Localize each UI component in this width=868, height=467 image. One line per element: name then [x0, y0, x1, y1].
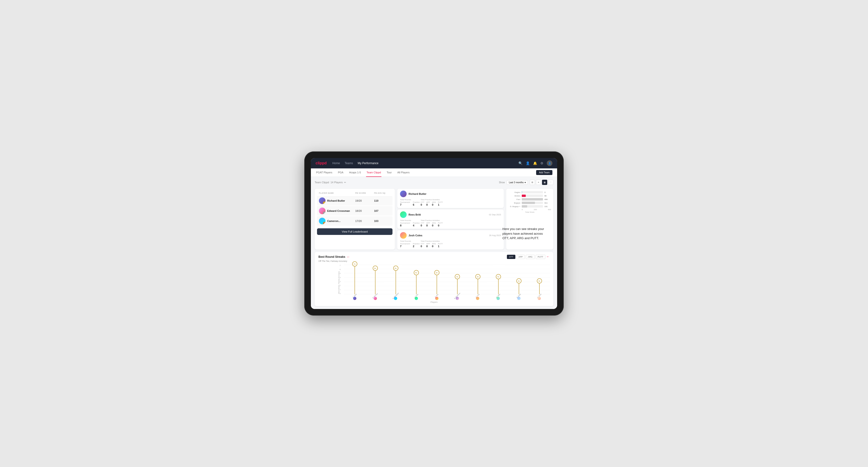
grid-view-btn[interactable]: ⊞ [530, 180, 535, 185]
two-col-layout: PLAYER NAME PB SCORE PB AVG SQ 1 Richard… [315, 189, 553, 250]
stat-group-practice: Total Practice Activities OTT0 APP0 ARG0… [421, 198, 443, 206]
tournament-label: Tournament [400, 201, 410, 203]
y-7: 7 [340, 264, 344, 266]
tab-hcaps[interactable]: Hcaps 1-5 [349, 168, 361, 177]
streak-line: 4x [498, 277, 499, 294]
nav-home[interactable]: Home [332, 161, 340, 166]
practice-activities-label: Total Practice Activities [421, 198, 443, 201]
col-player-name: PLAYER NAME [319, 192, 355, 194]
streak-col: 7xE. Ebert [344, 264, 365, 300]
player-info: 2 Edward Crossman [319, 208, 355, 214]
tab-team-clippd[interactable]: Team Clippd [366, 168, 381, 177]
bar-chart: Eagles 3 Birdies [508, 191, 551, 208]
streak-player-col: M. Miller [496, 294, 501, 300]
y-4: 4 [340, 277, 344, 278]
table-header: PLAYER NAME PB SCORE PB AVG SQ [317, 191, 393, 195]
bar-track [522, 198, 543, 200]
table-row[interactable]: 3 Cameron... 17/20 103 [317, 216, 393, 226]
view-icons: ⊞ ≡ ▦ ⋮ [530, 180, 553, 185]
team-header: Team Clippd 14 Players ✏ Show Last 3 mon… [315, 180, 553, 185]
ott-button[interactable]: OTT [507, 255, 516, 259]
tab-all-players[interactable]: All Players [397, 168, 410, 177]
show-dropdown[interactable]: Last 3 months ▾ [507, 180, 528, 185]
x-label: 0 [522, 209, 523, 211]
dropdown-arrow: ▾ [525, 181, 526, 184]
bar-fill [522, 198, 543, 200]
y-6: 6 [340, 269, 344, 270]
streak-line: 4x [457, 277, 458, 294]
player-score: 18/20 [355, 210, 374, 212]
table-row[interactable]: 2 Edward Crossman 18/20 107 [317, 206, 393, 216]
card-view-btn[interactable]: ▦ [542, 180, 547, 185]
streak-bubble: 3x [537, 278, 542, 283]
team-name: Team Clippd [315, 181, 329, 184]
streak-player-col: E. Ebert [352, 294, 357, 300]
player-info: 3 Cameron... [319, 218, 355, 224]
bar-row-pars: Pars 499 [508, 198, 551, 200]
chart-card: Eagles 3 Birdies [506, 189, 553, 250]
annotation-text: Here you can see streaks your players ha… [502, 227, 550, 241]
streak-bubble: 6x [393, 266, 398, 271]
tab-tour[interactable]: Tour [386, 168, 392, 177]
player-name: Cameron... [327, 220, 341, 222]
streak-line: 4x [478, 277, 478, 294]
settings-icon[interactable]: ⚙ [540, 161, 544, 165]
card-date: 26 Aug 2023 [489, 234, 501, 237]
tab-pga[interactable]: PGA [338, 168, 344, 177]
nav-bar: clippd Home Teams My Performance 🔍 👤 🔔 ⚙… [311, 158, 557, 168]
chart-axis-title: Total Shots [508, 211, 551, 213]
streak-line: 5x [437, 273, 437, 294]
bell-icon[interactable]: 🔔 [533, 161, 537, 165]
list-view-btn[interactable]: ≡ [536, 180, 541, 185]
user-avatar[interactable]: 👤 [547, 160, 552, 166]
streak-player-col: R. Britt [434, 294, 439, 300]
search-icon[interactable]: 🔍 [519, 161, 522, 165]
bar-value: 131 [545, 206, 551, 208]
nav-links: Home Teams My Performance [332, 161, 519, 166]
streak-player-col: B. McHerg [372, 294, 378, 300]
nav-my-performance[interactable]: My Performance [358, 161, 378, 166]
streak-bubble: 5x [434, 270, 439, 275]
stat-group-practice: Total Practice Activities OTT0 APP0 ARG0… [421, 219, 443, 227]
card-header: Rees Britt 02 Sep 2023 [400, 211, 501, 218]
app-button[interactable]: APP [516, 255, 525, 259]
player-avg: 110 [374, 199, 391, 202]
add-team-button[interactable]: Add Team [536, 170, 552, 175]
streak-player-col: C. Quick [536, 294, 542, 300]
stats-row: Total Rounds Tournament 8 Practice [400, 219, 501, 227]
bar-row-bogeys: Bogeys 311 [508, 201, 551, 204]
bar-track [522, 205, 543, 208]
view-leaderboard-button[interactable]: View Full Leaderboard [317, 228, 393, 235]
tab-pgat-players[interactable]: PGAT Players [316, 168, 333, 177]
nav-teams[interactable]: Teams [345, 161, 353, 166]
bar-value: 3 [545, 191, 551, 193]
streak-bubble: 5x [414, 270, 419, 275]
nav-actions: 🔍 👤 🔔 ⚙ 👤 [519, 160, 552, 166]
card-header: Richard Butler [400, 191, 501, 197]
stat-group: Total Rounds Tournament 8 Practice [400, 219, 420, 227]
player-info: 1 Richard Butler [319, 197, 355, 204]
arg-button[interactable]: ARG [526, 255, 535, 259]
team-title: Team Clippd 14 Players ✏ [315, 181, 346, 184]
settings-view-btn[interactable]: ⋮ [548, 180, 553, 185]
putt-button[interactable]: PUTT [536, 255, 546, 259]
app-logo: clippd [316, 161, 327, 165]
edit-icon[interactable]: ✏ [344, 181, 346, 184]
streak-line: 3x [539, 282, 540, 294]
player-count: 14 Players [331, 181, 343, 184]
y-numbers: 7 6 5 4 3 2 1 0 [340, 264, 344, 300]
bar-row-eagles: Eagles 3 [508, 191, 551, 193]
sub-nav-tabs: PGAT Players PGA Hcaps 1-5 Team Clippd T… [316, 168, 410, 177]
streak-bubble: 3x [516, 278, 522, 283]
stat-sub-label: Total Rounds [400, 198, 420, 201]
practice-label: Practice [413, 201, 420, 203]
players-label: Players [318, 301, 550, 303]
people-icon[interactable]: 👤 [526, 161, 530, 165]
streak-player-col: J. Coles [414, 294, 419, 300]
bar-track [522, 201, 543, 204]
table-row[interactable]: 1 Richard Butler 19/20 110 [317, 196, 393, 206]
bar-label: D. Bogeys + [508, 206, 520, 208]
streak-player-col: R. Butler [516, 294, 522, 300]
bar-fill [522, 191, 522, 193]
player-card: Rees Britt 02 Sep 2023 Total Rounds Tour… [397, 210, 504, 229]
